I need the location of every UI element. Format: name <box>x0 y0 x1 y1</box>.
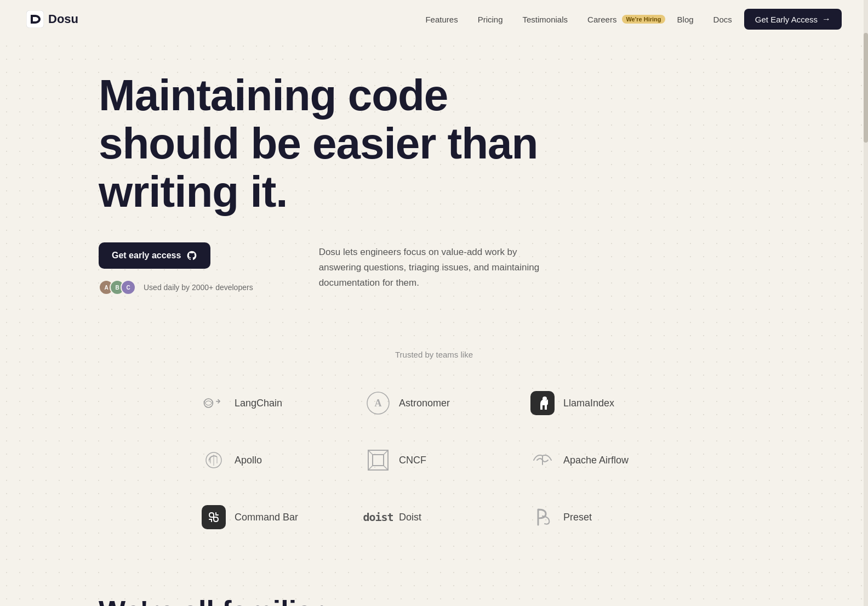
early-access-label: Get early access <box>112 251 181 260</box>
github-icon <box>186 250 197 261</box>
apollo-logo <box>201 447 227 473</box>
company-commandbar: Command Bar <box>187 495 352 539</box>
hero-bottom: Get early access A B C Used daily by 200… <box>99 242 769 295</box>
svg-rect-7 <box>373 455 384 466</box>
company-apollo: Apollo <box>187 438 352 482</box>
company-langchain: LangChain <box>187 381 352 425</box>
hiring-badge: We're Hiring <box>622 15 665 24</box>
langchain-name: LangChain <box>235 398 282 409</box>
doist-logo: doist <box>365 504 391 530</box>
airflow-name: Apache Airflow <box>563 455 629 466</box>
astronomer-logo: A <box>365 390 391 416</box>
airflow-logo <box>529 447 556 473</box>
cncf-name: CNCF <box>399 455 426 466</box>
trusted-label: Trusted by teams like <box>26 350 842 359</box>
svg-line-11 <box>384 466 388 470</box>
llamaindex-logo <box>529 390 556 416</box>
doist-name: Doist <box>399 512 421 523</box>
bottom-section: We're all familiar with the pain of a <box>0 561 868 606</box>
svg-line-8 <box>368 450 373 455</box>
bottom-title: We're all familiar with the pain of a <box>99 594 373 606</box>
trusted-section: Trusted by teams like LangChain A Astro <box>0 317 868 561</box>
nav-careers[interactable]: Careers <box>580 10 619 29</box>
cta-arrow-icon: → <box>822 14 831 24</box>
company-llamaindex: LlamaIndex <box>516 381 681 425</box>
nav-testimonials[interactable]: Testimonials <box>515 10 576 29</box>
svg-point-4 <box>542 397 547 401</box>
commandbar-name: Command Bar <box>235 512 298 523</box>
preset-logo <box>529 504 556 530</box>
company-doist: doist Doist <box>352 495 516 539</box>
astronomer-name: Astronomer <box>399 398 450 409</box>
commandbar-logo <box>201 504 227 530</box>
scrollbar-thumb[interactable] <box>864 33 868 143</box>
header: Dosu Features Pricing Testimonials Caree… <box>0 0 868 38</box>
apollo-name: Apollo <box>235 455 262 466</box>
cncf-logo <box>365 447 391 473</box>
svg-line-9 <box>384 450 388 455</box>
nav-careers-wrap: Careers We're Hiring <box>580 10 665 29</box>
nav-features[interactable]: Features <box>418 10 465 29</box>
svg-point-1 <box>204 399 213 407</box>
company-preset: Preset <box>516 495 681 539</box>
logo-link[interactable]: Dosu <box>26 10 78 28</box>
preset-name: Preset <box>563 512 592 523</box>
logo-text: Dosu <box>48 12 78 26</box>
main-nav: Features Pricing Testimonials Careers We… <box>418 9 842 30</box>
company-cncf: CNCF <box>352 438 516 482</box>
langchain-logo <box>201 390 227 416</box>
avatar-3: C <box>121 280 136 295</box>
hero-title: Maintaining code should be easier than w… <box>99 71 592 216</box>
users-row: A B C Used daily by 2000+ developers <box>99 280 253 295</box>
nav-cta-label: Get Early Access <box>755 15 818 24</box>
scrollbar-track[interactable] <box>864 0 868 606</box>
nav-pricing[interactable]: Pricing <box>470 10 511 29</box>
nav-docs[interactable]: Docs <box>706 10 740 29</box>
users-count-text: Used daily by 2000+ developers <box>144 283 253 292</box>
avatars-group: A B C <box>99 280 132 295</box>
hero-section: Maintaining code should be easier than w… <box>0 38 868 317</box>
llamaindex-name: LlamaIndex <box>563 398 614 409</box>
svg-text:A: A <box>375 398 382 409</box>
hero-left: Get early access A B C Used daily by 200… <box>99 242 253 295</box>
company-astronomer: A Astronomer <box>352 381 516 425</box>
svg-line-10 <box>368 466 373 470</box>
nav-blog[interactable]: Blog <box>670 10 701 29</box>
logo-icon <box>26 10 44 28</box>
company-airflow: Apache Airflow <box>516 438 681 482</box>
companies-grid: LangChain A Astronomer <box>187 381 681 539</box>
nav-cta-button[interactable]: Get Early Access → <box>744 9 842 30</box>
hero-description: Dosu lets engineers focus on value-add w… <box>319 242 549 291</box>
early-access-button[interactable]: Get early access <box>99 242 210 269</box>
